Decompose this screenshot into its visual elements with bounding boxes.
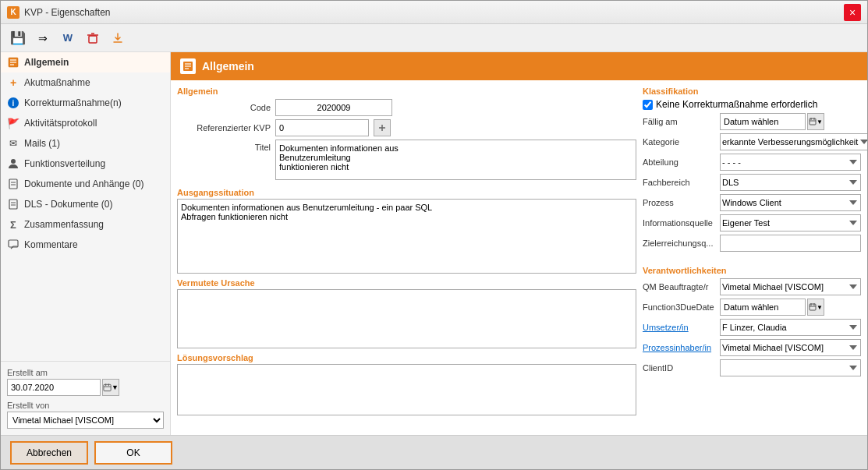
svg-rect-8 <box>9 179 17 189</box>
abteilung-row: Abteilung - - - - <box>643 154 861 171</box>
erstellt-am-input[interactable] <box>7 379 101 396</box>
sidebar-item-mails[interactable]: ✉ Mails (1) <box>1 133 170 154</box>
keine-korrektur-checkbox[interactable] <box>643 100 653 110</box>
aktivitatsprotokoll-icon: 🚩 <box>7 117 19 129</box>
klassifikation-section: Klassifikation Keine Korrekturmaßnahme e… <box>643 87 861 255</box>
prozess-label: Prozess <box>643 198 717 207</box>
window: K KVP - Eigenschaften × 💾 ⇒ W <box>0 0 868 470</box>
svg-rect-29 <box>810 304 816 310</box>
erstellt-von-label: Erstellt von <box>7 401 164 410</box>
title-bar-left: K KVP - Eigenschaften <box>7 6 111 19</box>
fallig-am-row: Fällig am ▼ <box>643 113 861 130</box>
abteilung-select[interactable]: - - - - <box>720 154 861 171</box>
toolbar: 💾 ⇒ W <box>1 24 867 52</box>
export-button[interactable]: ⇒ <box>32 27 54 49</box>
zielerreichungsq-row: Zielerreichungsq... <box>643 235 861 252</box>
sidebar-item-label: Allgemein <box>24 57 69 68</box>
prozessinhaber-label[interactable]: Prozessinhaber/in <box>643 343 717 352</box>
sidebar-item-label: Mails (1) <box>24 138 60 149</box>
clientid-label: ClientID <box>643 363 717 373</box>
sidebar-item-funktionsverteilung[interactable]: Funktionsverteilung <box>1 154 170 174</box>
vermutete-textarea[interactable] <box>177 289 636 348</box>
main-header: Allgemein <box>171 52 867 80</box>
svg-rect-25 <box>810 118 816 125</box>
referenzierter-input[interactable] <box>275 119 369 136</box>
sidebar-item-dokumente[interactable]: Dokumente und Anhänge (0) <box>1 174 170 194</box>
sidebar-item-label: Funktionsverteilung <box>24 158 105 169</box>
kategorie-label: Kategorie <box>643 137 717 147</box>
function3-row: Function3DueDate ▼ <box>643 299 861 316</box>
qm-select[interactable]: Vimetal Michael [VISCOM] <box>720 278 861 295</box>
fachbereich-label: Fachbereich <box>643 178 717 187</box>
fachbereich-row: Fachbereich DLS <box>643 174 861 191</box>
sidebar-item-kommentare[interactable]: Kommentare <box>1 235 170 255</box>
fachbereich-select[interactable]: DLS <box>720 174 861 191</box>
sidebar-item-zusammenfassung[interactable]: Σ Zusammenfassung <box>1 214 170 235</box>
losungsvorschlag-textarea[interactable] <box>177 364 636 415</box>
word-button[interactable]: W <box>57 27 79 49</box>
informationsquelle-row: Informationsquelle Eigener Test <box>643 214 861 231</box>
referenzierter-label: Referenzierter KVP <box>177 123 271 133</box>
save-button[interactable]: 💾 <box>7 27 29 49</box>
informationsquelle-select[interactable]: Eigener Test <box>720 214 861 231</box>
sidebar-item-korrekturmassnahme[interactable]: i Korrekturmaßnahme(n) <box>1 93 170 113</box>
title-bar: K KVP - Eigenschaften × <box>1 1 867 24</box>
sidebar-item-label: DLS - Dokumente (0) <box>24 199 112 210</box>
kategorie-select[interactable]: erkannte Verbesserungsmöglichkeit <box>720 133 867 150</box>
titel-textarea[interactable]: Dokumenten informationen aus Benutzeruml… <box>275 140 636 180</box>
sidebar-item-dls[interactable]: DLS - Dokumente (0) <box>1 194 170 214</box>
akutmassnahme-icon: + <box>7 76 19 89</box>
clientid-select[interactable] <box>720 359 861 376</box>
allgemein-icon <box>7 56 19 69</box>
erstellt-von-select[interactable]: Vimetal Michael [VISCOM] <box>7 412 164 429</box>
sidebar-item-akutmassnahme[interactable]: + Akutmaßnahme <box>1 72 170 93</box>
function3-calendar-button[interactable]: ▼ <box>807 299 824 316</box>
zielerreichungsq-label: Zielerreichungsq... <box>643 239 717 248</box>
svg-rect-15 <box>104 384 111 390</box>
ausgangssituation-title: Ausgangssituation <box>177 188 636 197</box>
fallig-am-date: ▼ <box>720 113 824 130</box>
keine-korrektur-row: Keine Korrekturmaßnahme erforderlich <box>643 99 861 110</box>
kategorie-row: Kategorie erkannte Verbesserungsmöglichk… <box>643 133 861 150</box>
zielerreichungsq-input[interactable] <box>720 235 861 252</box>
referenzierter-row: Referenzierter KVP <box>177 119 636 136</box>
allgemein-section: Allgemein Code Referenzierter KVP <box>177 87 636 183</box>
svg-rect-0 <box>89 36 97 43</box>
ausgangssituation-textarea[interactable]: Dokumenten informationen aus Benutzeruml… <box>177 199 636 274</box>
umsetzer-select[interactable]: F Linzer, Claudia <box>720 319 861 336</box>
zusammenfassung-icon: Σ <box>7 218 19 231</box>
abbrechen-button[interactable]: Abbrechen <box>10 441 88 465</box>
prozessinhaber-select[interactable]: Vimetal Michael [VISCOM] <box>720 339 861 356</box>
fallig-am-input[interactable] <box>720 113 806 130</box>
dls-icon <box>7 198 19 210</box>
ok-button[interactable]: OK <box>94 441 172 465</box>
delete-button[interactable] <box>82 27 104 49</box>
sidebar-nav: Allgemein + Akutmaßnahme i Korrekturmaßn… <box>1 52 170 361</box>
erstellt-am-calendar-button[interactable]: ▼ <box>102 379 119 396</box>
allgemein-section-title: Allgemein <box>177 87 636 96</box>
funktionsverteilung-icon <box>7 157 19 170</box>
titel-row: Titel Dokumenten informationen aus Benut… <box>177 140 636 180</box>
window-title: KVP - Eigenschaften <box>24 7 111 18</box>
clientid-row: ClientID <box>643 359 861 376</box>
sidebar-item-aktivitatsprotokoll[interactable]: 🚩 Aktivitätsprotokoll <box>1 113 170 133</box>
close-button[interactable]: × <box>844 4 861 21</box>
vermutete-section: Vermutete Ursache <box>177 278 636 348</box>
function3-input[interactable] <box>720 299 806 316</box>
main-header-title: Allgemein <box>202 60 254 72</box>
main-header-icon <box>180 58 196 74</box>
prozess-select[interactable]: Windows Client <box>720 194 861 211</box>
sidebar-footer: Erstellt am ▼ Erstellt von Vimetal Micha… <box>1 361 170 435</box>
sidebar-item-label: Zusammenfassung <box>24 219 104 230</box>
qm-row: QM Beauftragte/r Vimetal Michael [VISCOM… <box>643 278 861 295</box>
fallig-am-label: Fällig am <box>643 117 717 126</box>
sidebar-item-label: Korrekturmaßnahme(n) <box>24 97 122 108</box>
kommentare-icon <box>7 239 19 251</box>
referenzierter-button[interactable] <box>374 119 391 136</box>
umsetzer-label[interactable]: Umsetzer/in <box>643 323 717 332</box>
mails-icon: ✉ <box>7 137 19 150</box>
download-button[interactable] <box>107 27 129 49</box>
sidebar-item-allgemein[interactable]: Allgemein <box>1 52 170 72</box>
code-input[interactable] <box>275 99 392 116</box>
fallig-am-calendar-button[interactable]: ▼ <box>807 113 824 130</box>
